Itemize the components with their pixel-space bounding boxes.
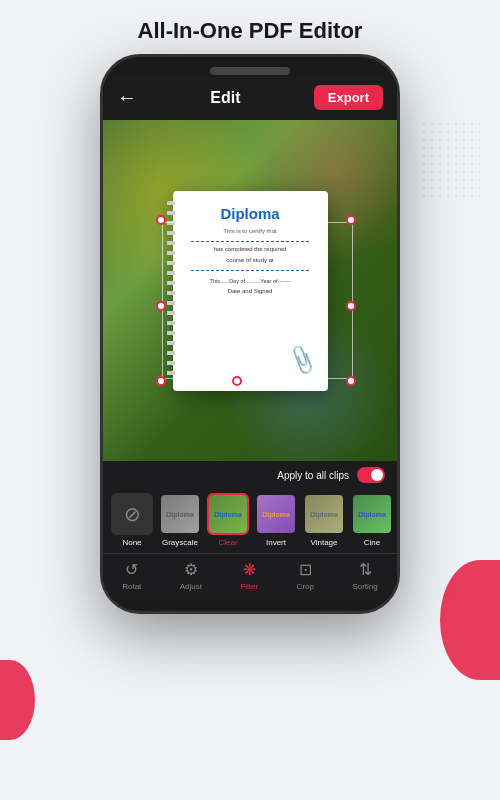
crop-border — [162, 222, 353, 379]
filter-label-clear: Clear — [218, 538, 237, 547]
nav-label-adjust: Adjust — [180, 582, 202, 591]
crop-handle-bottom-right[interactable] — [346, 376, 356, 386]
nav-label-rotate: Rotat — [122, 582, 141, 591]
crop-handle-bottom-left[interactable] — [156, 376, 166, 386]
filter-none-thumb: ⊘ — [111, 493, 153, 535]
filter-label-invert: Invert — [266, 538, 286, 547]
crop-handle-mid-left[interactable] — [156, 301, 166, 311]
apply-row: Apply to all clips — [103, 461, 397, 489]
filter-icon: ❋ — [243, 560, 256, 579]
red-decoration-right — [440, 560, 500, 680]
filter-label-grayscale: Grayscale — [162, 538, 198, 547]
filter-preview-invert: Diploma — [257, 495, 295, 533]
nav-label-crop: Crop — [297, 582, 314, 591]
filter-item-grayscale[interactable]: Diploma Grayscale — [159, 493, 201, 547]
sorting-icon: ⇅ — [359, 560, 372, 579]
nav-item-rotate[interactable]: ↺ Rotat — [122, 560, 141, 591]
diploma-title: Diploma — [220, 205, 279, 222]
nav-label-sorting: Sorting — [352, 582, 377, 591]
filter-thumb-vintage: Diploma — [303, 493, 345, 535]
crop-icon: ⊡ — [299, 560, 312, 579]
back-button[interactable]: ← — [117, 86, 137, 109]
nav-label-filter: Filter — [240, 582, 258, 591]
nav-item-filter[interactable]: ❋ Filter — [240, 560, 258, 591]
filter-item-cine[interactable]: Diploma Cine — [351, 493, 393, 547]
filter-preview-grayscale: Diploma — [161, 495, 199, 533]
filter-item-none[interactable]: ⊘ None — [111, 493, 153, 547]
filter-thumb-grayscale: Diploma — [159, 493, 201, 535]
adjust-icon: ⚙ — [184, 560, 198, 579]
filter-strip: ⊘ None Diploma Grayscale Diploma — [103, 489, 397, 553]
filter-item-vintage[interactable]: Diploma Vintage — [303, 493, 345, 547]
filter-item-invert[interactable]: Diploma Invert — [255, 493, 297, 547]
export-button[interactable]: Export — [314, 85, 383, 110]
canvas-area: Diploma This is to certify that has comp… — [103, 120, 397, 461]
filter-preview-clear: Diploma — [209, 495, 247, 533]
crop-handle-mid-right[interactable] — [346, 301, 356, 311]
apply-toggle[interactable] — [357, 467, 385, 483]
nav-item-crop[interactable]: ⊡ Crop — [297, 560, 314, 591]
filter-label-none: None — [122, 538, 141, 547]
nav-item-adjust[interactable]: ⚙ Adjust — [180, 560, 202, 591]
phone-wrapper: ← Edit Export Diploma T — [90, 54, 410, 634]
phone-notch — [210, 67, 290, 75]
filter-thumb-cine: Diploma — [351, 493, 393, 535]
red-decoration-left — [0, 660, 35, 740]
nav-item-sorting[interactable]: ⇅ Sorting — [352, 560, 377, 591]
filter-item-clear[interactable]: Diploma Clear — [207, 493, 249, 547]
dot-pattern-decoration — [420, 120, 480, 200]
filter-label-cine: Cine — [364, 538, 380, 547]
phone-screen: ← Edit Export Diploma T — [103, 75, 397, 601]
page-title: All-In-One PDF Editor — [118, 0, 383, 54]
filter-thumb-clear: Diploma — [207, 493, 249, 535]
filter-thumb-invert: Diploma — [255, 493, 297, 535]
phone-frame: ← Edit Export Diploma T — [100, 54, 400, 614]
app-header: ← Edit Export — [103, 75, 397, 120]
bottom-panel: Apply to all clips ⊘ None Diploma — [103, 461, 397, 601]
filter-preview-vintage: Diploma — [305, 495, 343, 533]
header-title: Edit — [210, 89, 240, 107]
filter-label-vintage: Vintage — [311, 538, 338, 547]
filter-preview-cine: Diploma — [353, 495, 391, 533]
rotate-icon: ↺ — [125, 560, 138, 579]
bottom-nav: ↺ Rotat ⚙ Adjust ❋ Filter ⊡ Crop — [103, 553, 397, 601]
apply-text: Apply to all clips — [277, 470, 349, 481]
